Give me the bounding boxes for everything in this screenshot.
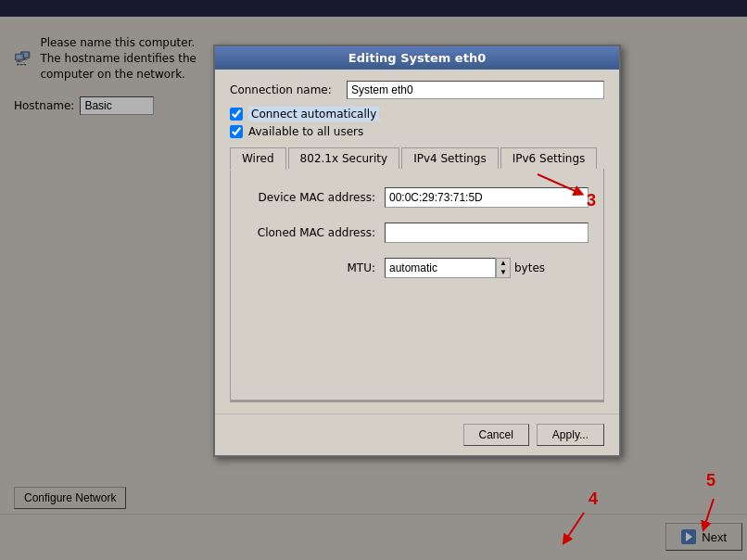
connect-auto-row: Connect automatically xyxy=(230,107,604,121)
dialog-overlay: Editing System eth0 Connection name: Con… xyxy=(0,17,747,560)
mtu-row: MTU: ▲ ▼ bytes xyxy=(246,258,589,278)
editing-dialog: Editing System eth0 Connection name: Con… xyxy=(213,45,621,457)
cloned-mac-input[interactable] xyxy=(385,223,589,243)
dialog-title: Editing System eth0 xyxy=(348,51,486,65)
dialog-body: Connection name: Connect automatically A… xyxy=(215,70,619,414)
tab-ipv6-label: IPv6 Settings xyxy=(513,152,586,165)
available-users-checkbox[interactable] xyxy=(230,125,243,138)
connect-auto-checkbox[interactable] xyxy=(230,108,243,121)
apply-button[interactable]: Apply... xyxy=(537,424,604,446)
connection-name-label: Connection name: xyxy=(230,83,341,96)
device-mac-label: Device MAC address: xyxy=(246,191,375,204)
tab-wired-label: Wired xyxy=(242,152,274,165)
tab-8021x-label: 802.1x Security xyxy=(300,152,388,165)
tab-ipv4[interactable]: IPv4 Settings xyxy=(401,147,499,169)
tab-ipv6[interactable]: IPv6 Settings xyxy=(500,147,598,169)
bytes-label: bytes xyxy=(514,261,545,274)
mtu-up-button[interactable]: ▲ xyxy=(497,259,510,268)
top-bar xyxy=(0,0,747,17)
tab-wired[interactable]: Wired xyxy=(230,147,286,171)
tab-ipv4-label: IPv4 Settings xyxy=(413,152,487,165)
cloned-mac-label: Cloned MAC address: xyxy=(246,226,375,239)
available-users-label: Available to all users xyxy=(248,125,363,138)
tab-8021x[interactable]: 802.1x Security xyxy=(288,147,400,169)
mtu-spinner: ▲ ▼ xyxy=(496,258,511,278)
connection-name-row: Connection name: xyxy=(230,81,604,99)
dialog-titlebar: Editing System eth0 xyxy=(215,46,619,70)
tabs-container: Wired 802.1x Security IPv4 Settings IPv6… xyxy=(230,147,604,402)
device-mac-row: Device MAC address: xyxy=(246,187,589,208)
available-users-row: Available to all users xyxy=(230,125,604,138)
mtu-input-wrap: ▲ ▼ bytes xyxy=(385,258,545,278)
tab-content-wired: Device MAC address: Cloned MAC address: … xyxy=(230,169,604,401)
cancel-button[interactable]: Cancel xyxy=(463,424,529,446)
connect-auto-label: Connect automatically xyxy=(248,107,379,121)
mtu-input[interactable] xyxy=(385,258,496,278)
installer-page: Please name this computer. The hostname … xyxy=(0,17,747,560)
mtu-label: MTU: xyxy=(246,261,375,274)
connection-name-input[interactable] xyxy=(347,81,604,99)
tabs-row: Wired 802.1x Security IPv4 Settings IPv6… xyxy=(230,147,604,169)
device-mac-input[interactable] xyxy=(385,187,589,208)
cloned-mac-row: Cloned MAC address: xyxy=(246,223,589,243)
dialog-footer: Cancel Apply... xyxy=(215,414,619,455)
mtu-down-button[interactable]: ▼ xyxy=(497,268,510,277)
